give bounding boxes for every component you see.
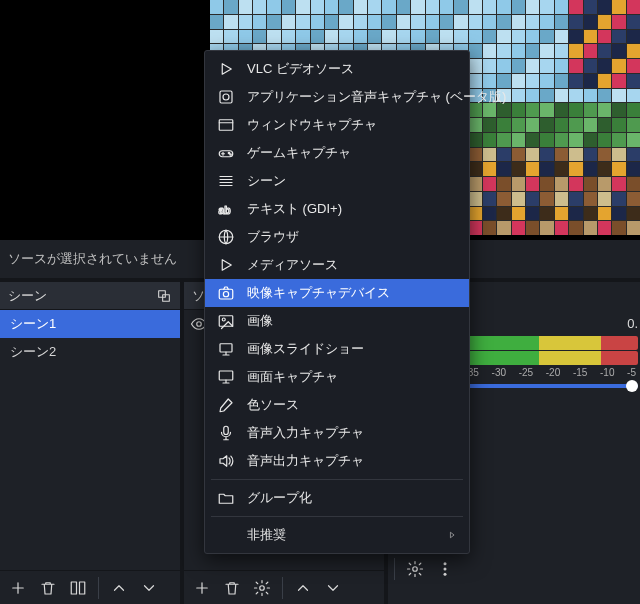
svg-point-6 bbox=[413, 567, 418, 572]
menu-item[interactable]: 画像 bbox=[205, 307, 469, 335]
menu-item-label: VLC ビデオソース bbox=[247, 60, 457, 78]
play-icon bbox=[217, 256, 235, 274]
text-icon: ab bbox=[217, 200, 235, 218]
svg-rect-0 bbox=[159, 290, 166, 297]
svg-point-14 bbox=[228, 152, 230, 154]
mixer-toolbar bbox=[390, 552, 459, 586]
camera-icon bbox=[217, 284, 235, 302]
audio-track-value: 0. bbox=[627, 316, 638, 334]
menu-item-label: 画像 bbox=[247, 312, 457, 330]
svg-rect-2 bbox=[71, 582, 76, 594]
svg-point-5 bbox=[260, 585, 265, 590]
scenes-list: シーン1シーン2 bbox=[0, 310, 180, 570]
scene-move-up-button[interactable] bbox=[105, 574, 133, 602]
menu-item-label: アプリケーション音声キャプチャ (ベータ版) bbox=[247, 88, 506, 106]
svg-point-21 bbox=[222, 318, 225, 321]
source-properties-button[interactable] bbox=[248, 574, 276, 602]
menu-item[interactable]: 画面キャプチャ bbox=[205, 363, 469, 391]
image-icon bbox=[217, 312, 235, 330]
scenes-header[interactable]: シーン bbox=[0, 282, 180, 310]
app-audio-icon bbox=[217, 88, 235, 106]
menu-item-label: 映像キャプチャデバイス bbox=[247, 284, 457, 302]
sources-toolbar bbox=[184, 570, 384, 604]
scale-tick: -15 bbox=[573, 367, 587, 378]
blank-icon bbox=[217, 526, 235, 544]
scenes-toolbar bbox=[0, 570, 180, 604]
menu-item[interactable]: 色ソース bbox=[205, 391, 469, 419]
scale-tick: -30 bbox=[492, 367, 506, 378]
toolbar-divider bbox=[282, 577, 283, 599]
menu-item-label: シーン bbox=[247, 172, 457, 190]
svg-text:ab: ab bbox=[219, 204, 231, 216]
menu-item[interactable]: メディアソース bbox=[205, 251, 469, 279]
scene-move-down-button[interactable] bbox=[135, 574, 163, 602]
menu-item-label: グループ化 bbox=[247, 489, 457, 507]
gamepad-icon bbox=[217, 144, 235, 162]
source-move-down-button[interactable] bbox=[319, 574, 347, 602]
menu-item-label: 画面キャプチャ bbox=[247, 368, 457, 386]
scale-tick: -25 bbox=[519, 367, 533, 378]
menu-item[interactable]: 音声入力キャプチャ bbox=[205, 419, 469, 447]
scene-filters-button[interactable] bbox=[64, 574, 92, 602]
remove-source-button[interactable] bbox=[218, 574, 246, 602]
source-move-up-button[interactable] bbox=[289, 574, 317, 602]
monitor-icon bbox=[217, 368, 235, 386]
svg-point-15 bbox=[230, 154, 232, 156]
menu-item-label: 音声入力キャプチャ bbox=[247, 424, 457, 442]
menu-item[interactable]: 音声出力キャプチャ bbox=[205, 447, 469, 475]
svg-rect-10 bbox=[220, 91, 232, 103]
remove-scene-button[interactable] bbox=[34, 574, 62, 602]
menu-item[interactable]: ゲームキャプチャ bbox=[205, 139, 469, 167]
menu-item[interactable]: ウィンドウキャプチャ bbox=[205, 111, 469, 139]
svg-rect-1 bbox=[163, 294, 170, 301]
brush-icon bbox=[217, 396, 235, 414]
speaker-icon bbox=[217, 452, 235, 470]
menu-item-label: 色ソース bbox=[247, 396, 457, 414]
scale-tick: -5 bbox=[627, 367, 636, 378]
menu-item[interactable]: 映像キャプチャデバイス bbox=[205, 279, 469, 307]
menu-item-label: ウィンドウキャプチャ bbox=[247, 116, 457, 134]
play-icon bbox=[217, 60, 235, 78]
scene-icon bbox=[217, 172, 235, 190]
scenes-panel: シーン シーン1シーン2 bbox=[0, 282, 180, 604]
menu-item[interactable]: VLC ビデオソース bbox=[205, 55, 469, 83]
globe-icon bbox=[217, 228, 235, 246]
status-text: ソースが選択されていません bbox=[8, 250, 177, 268]
menu-item-label: 非推奨 bbox=[247, 526, 435, 544]
svg-rect-3 bbox=[80, 582, 85, 594]
add-scene-button[interactable] bbox=[4, 574, 32, 602]
scene-item[interactable]: シーン1 bbox=[0, 310, 180, 338]
svg-rect-24 bbox=[224, 426, 229, 434]
folder-icon bbox=[217, 489, 235, 507]
mixer-settings-button[interactable] bbox=[401, 555, 429, 583]
menu-item[interactable]: 画像スライドショー bbox=[205, 335, 469, 363]
dock-popout-icon[interactable] bbox=[156, 288, 172, 304]
menu-item[interactable]: 非推奨 bbox=[205, 521, 469, 549]
mic-icon bbox=[217, 424, 235, 442]
scenes-title: シーン bbox=[8, 287, 47, 305]
add-source-context-menu: VLC ビデオソースアプリケーション音声キャプチャ (ベータ版)ウィンドウキャプ… bbox=[204, 50, 470, 554]
window-icon bbox=[217, 116, 235, 134]
svg-rect-12 bbox=[219, 120, 233, 131]
submenu-arrow-icon bbox=[447, 528, 457, 543]
add-source-button[interactable] bbox=[188, 574, 216, 602]
scene-item[interactable]: シーン2 bbox=[0, 338, 180, 366]
menu-item-label: ゲームキャプチャ bbox=[247, 144, 457, 162]
menu-item[interactable]: abテキスト (GDI+) bbox=[205, 195, 469, 223]
menu-item-label: テキスト (GDI+) bbox=[247, 200, 457, 218]
menu-item[interactable]: グループ化 bbox=[205, 484, 469, 512]
svg-point-8 bbox=[444, 568, 447, 571]
scale-tick: -10 bbox=[600, 367, 614, 378]
menu-item-label: 音声出力キャプチャ bbox=[247, 452, 457, 470]
menu-item[interactable]: ブラウザ bbox=[205, 223, 469, 251]
svg-rect-23 bbox=[219, 371, 233, 380]
mixer-menu-button[interactable] bbox=[431, 555, 459, 583]
svg-point-7 bbox=[444, 562, 447, 565]
menu-item-label: メディアソース bbox=[247, 256, 457, 274]
svg-point-9 bbox=[444, 573, 447, 576]
scale-tick: -20 bbox=[546, 367, 560, 378]
menu-item[interactable]: アプリケーション音声キャプチャ (ベータ版) bbox=[205, 83, 469, 111]
menu-separator bbox=[211, 516, 463, 517]
svg-rect-22 bbox=[220, 344, 232, 352]
menu-item[interactable]: シーン bbox=[205, 167, 469, 195]
